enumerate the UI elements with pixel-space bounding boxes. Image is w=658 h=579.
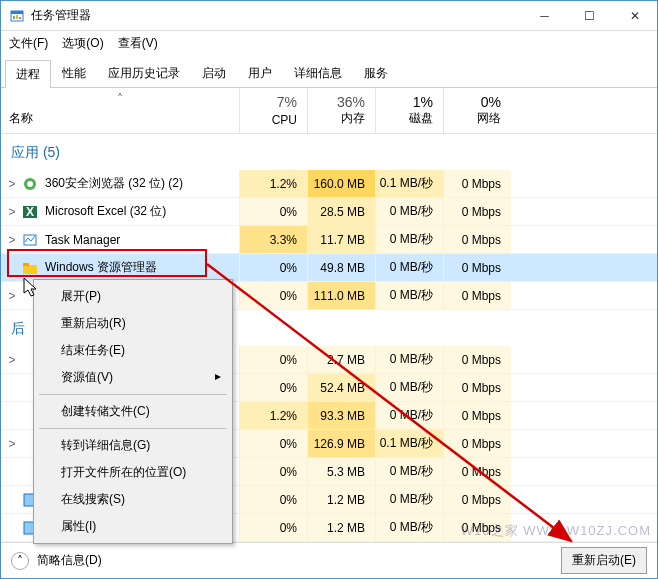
svg-text:X: X — [26, 205, 34, 219]
column-network[interactable]: 0% 网络 — [443, 88, 511, 133]
cell-mem: 52.4 MB — [307, 374, 375, 401]
cell-net: 0 Mbps — [443, 514, 511, 541]
cell-disk: 0.1 MB/秒 — [375, 430, 443, 457]
cell-cpu: 0% — [239, 430, 307, 457]
process-name: 360安全浏览器 (32 位) (2) — [45, 175, 239, 192]
expand-icon[interactable]: > — [3, 353, 21, 367]
menu-item[interactable]: 转到详细信息(G) — [37, 432, 229, 459]
cell-disk: 0 MB/秒 — [375, 198, 443, 225]
menu-options[interactable]: 选项(O) — [62, 35, 103, 52]
cell-mem: 160.0 MB — [307, 170, 375, 197]
column-headers: ˄ 名称 7% CPU 36% 内存 1% 磁盘 0% 网络 — [1, 88, 657, 134]
cell-cpu: 1.2% — [239, 402, 307, 429]
minimize-button[interactable]: ─ — [522, 1, 567, 31]
cell-disk: 0.1 MB/秒 — [375, 170, 443, 197]
cell-mem: 49.8 MB — [307, 254, 375, 281]
svg-rect-11 — [23, 263, 29, 266]
tab-4[interactable]: 用户 — [237, 59, 283, 87]
cell-mem: 2.7 MB — [307, 346, 375, 373]
title-bar: 任务管理器 ─ ☐ ✕ — [1, 1, 657, 31]
cell-disk: 0 MB/秒 — [375, 226, 443, 253]
cell-mem: 111.0 MB — [307, 282, 375, 309]
process-name: Task Manager — [45, 233, 239, 247]
sort-indicator-icon: ˄ — [117, 92, 123, 106]
cell-net: 0 Mbps — [443, 254, 511, 281]
cell-net: 0 Mbps — [443, 374, 511, 401]
menu-item[interactable]: 结束任务(E) — [37, 337, 229, 364]
cell-disk: 0 MB/秒 — [375, 346, 443, 373]
cell-disk: 0 MB/秒 — [375, 402, 443, 429]
cell-mem: 11.7 MB — [307, 226, 375, 253]
menu-separator — [39, 428, 227, 429]
expand-icon[interactable]: > — [3, 177, 21, 191]
menu-item[interactable]: 在线搜索(S) — [37, 486, 229, 513]
menu-item[interactable]: 重新启动(R) — [37, 310, 229, 337]
cell-net: 0 Mbps — [443, 430, 511, 457]
cell-net: 0 Mbps — [443, 170, 511, 197]
cell-cpu: 0% — [239, 458, 307, 485]
cell-disk: 0 MB/秒 — [375, 486, 443, 513]
cell-cpu: 0% — [239, 254, 307, 281]
cell-net: 0 Mbps — [443, 346, 511, 373]
tab-strip: 进程性能应用历史记录启动用户详细信息服务 — [1, 55, 657, 88]
column-name[interactable]: ˄ 名称 — [1, 88, 239, 133]
cell-net: 0 Mbps — [443, 486, 511, 513]
expand-icon[interactable]: > — [3, 289, 21, 303]
menu-item[interactable]: 创建转储文件(C) — [37, 398, 229, 425]
tab-6[interactable]: 服务 — [353, 59, 399, 87]
browser-icon — [21, 176, 39, 192]
process-name: Microsoft Excel (32 位) — [45, 203, 239, 220]
column-disk[interactable]: 1% 磁盘 — [375, 88, 443, 133]
menu-item[interactable]: 资源值(V)▸ — [37, 364, 229, 391]
tab-5[interactable]: 详细信息 — [283, 59, 353, 87]
svg-rect-1 — [11, 11, 23, 14]
fewer-details-link[interactable]: 简略信息(D) — [37, 552, 102, 569]
cell-cpu: 0% — [239, 198, 307, 225]
cell-disk: 0 MB/秒 — [375, 254, 443, 281]
cell-cpu: 0% — [239, 282, 307, 309]
menu-separator — [39, 394, 227, 395]
menu-item[interactable]: 展开(P) — [37, 283, 229, 310]
menu-item[interactable]: 打开文件所在的位置(O) — [37, 459, 229, 486]
cell-cpu: 3.3% — [239, 226, 307, 253]
cell-net: 0 Mbps — [443, 458, 511, 485]
cell-cpu: 0% — [239, 374, 307, 401]
menu-item[interactable]: 属性(I) — [37, 513, 229, 540]
cell-mem: 28.5 MB — [307, 198, 375, 225]
menu-bar: 文件(F) 选项(O) 查看(V) — [1, 31, 657, 55]
expand-icon[interactable]: > — [3, 437, 21, 451]
expand-icon[interactable]: > — [3, 233, 21, 247]
restart-button[interactable]: 重新启动(E) — [561, 547, 647, 574]
table-row[interactable]: >XMicrosoft Excel (32 位)0%28.5 MB0 MB/秒0… — [1, 198, 657, 226]
cell-mem: 1.2 MB — [307, 514, 375, 541]
footer-bar: ˄ 简略信息(D) 重新启动(E) — [1, 542, 657, 578]
cell-mem: 5.3 MB — [307, 458, 375, 485]
cell-net: 0 Mbps — [443, 402, 511, 429]
menu-file[interactable]: 文件(F) — [9, 35, 48, 52]
tab-1[interactable]: 性能 — [51, 59, 97, 87]
menu-view[interactable]: 查看(V) — [118, 35, 158, 52]
group-header: 应用 (5) — [1, 134, 657, 170]
table-row[interactable]: Windows 资源管理器0%49.8 MB0 MB/秒0 Mbps — [1, 254, 657, 282]
tab-2[interactable]: 应用历史记录 — [97, 59, 191, 87]
process-name: Windows 资源管理器 — [45, 259, 239, 276]
cell-cpu: 1.2% — [239, 170, 307, 197]
cell-disk: 0 MB/秒 — [375, 514, 443, 541]
column-cpu[interactable]: 7% CPU — [239, 88, 307, 133]
cell-net: 0 Mbps — [443, 282, 511, 309]
cell-cpu: 0% — [239, 514, 307, 541]
close-button[interactable]: ✕ — [612, 1, 657, 31]
table-row[interactable]: >360安全浏览器 (32 位) (2)1.2%160.0 MB0.1 MB/秒… — [1, 170, 657, 198]
expand-icon[interactable]: > — [3, 205, 21, 219]
maximize-button[interactable]: ☐ — [567, 1, 612, 31]
explorer-icon — [21, 260, 39, 276]
svg-rect-2 — [13, 16, 15, 19]
cell-mem: 126.9 MB — [307, 430, 375, 457]
tab-0[interactable]: 进程 — [5, 60, 51, 88]
chevron-up-icon[interactable]: ˄ — [11, 552, 29, 570]
tab-3[interactable]: 启动 — [191, 59, 237, 87]
column-memory[interactable]: 36% 内存 — [307, 88, 375, 133]
cell-disk: 0 MB/秒 — [375, 282, 443, 309]
table-row[interactable]: >Task Manager3.3%11.7 MB0 MB/秒0 Mbps — [1, 226, 657, 254]
svg-rect-3 — [16, 15, 18, 19]
